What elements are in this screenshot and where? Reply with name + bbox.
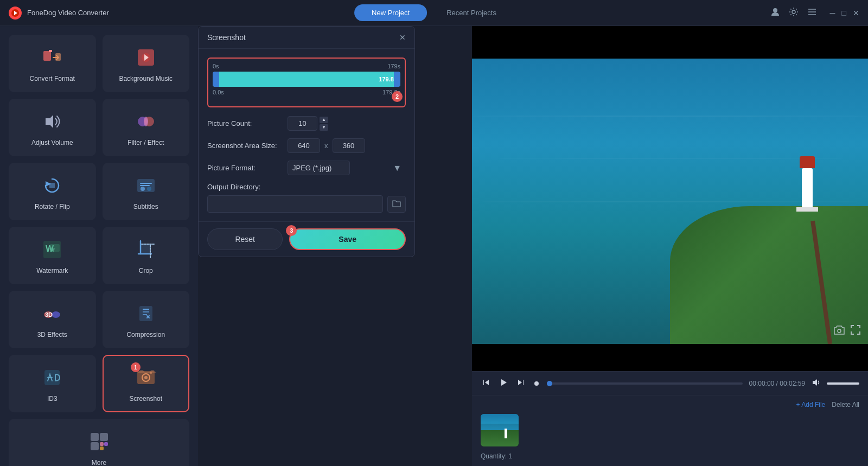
sidebar-item-convert-format[interactable]: Convert Format [9,35,96,92]
picture-count-label: Picture Count: [207,119,283,127]
timeline-badge: 2 [392,91,403,102]
land-mass [670,206,868,344]
rotate-flip-icon-area [39,173,65,199]
sidebar-item-id3[interactable]: ID3 [9,355,96,412]
id3-label: ID3 [47,395,58,403]
video-preview [472,26,868,371]
adjust-volume-icon-area [39,108,65,135]
timeline-start-label: 0s [213,63,219,69]
svg-rect-35 [139,306,152,321]
format-select[interactable]: JPEG (*.jpg) PNG (*.png) BMP (*.bmp) [288,161,350,175]
maximize-button[interactable]: □ [842,9,846,17]
file-thumbnail[interactable] [481,414,519,446]
timeline-fill: 179.8s [213,72,400,87]
background-music-icon-area [133,44,159,71]
volume-slider[interactable] [827,382,859,385]
timeline-track[interactable]: 179.8s [213,72,400,87]
sidebar-item-3d-effects[interactable]: 3D 3D Effects [9,291,96,348]
volume-icon[interactable] [812,378,820,388]
content-area: Screenshot ✕ 0s 179s 179.8s [198,26,868,466]
sidebar-item-subtitles[interactable]: Subtitles [103,163,190,220]
dialog-title: Screenshot [207,33,246,42]
svg-marker-53 [813,379,817,386]
sidebar-item-more[interactable]: More [9,419,189,466]
app-title: FoneDog Video Converter [27,9,109,17]
sidebar-item-crop[interactable]: Crop [103,227,190,284]
save-button[interactable]: 3 Save [289,228,406,250]
screenshot-icon-area: 1 [133,365,159,391]
area-height-input[interactable] [333,138,365,153]
save-label: Save [339,235,356,244]
play-button[interactable] [498,377,509,390]
minimize-button[interactable]: ─ [830,9,835,17]
screenshot-badge: 1 [131,362,141,372]
timeline-time-labels: 0.0s 179.8s [213,89,400,95]
screenshot-label: Screenshot [129,395,162,403]
dialog-header: Screenshot ✕ [199,27,414,49]
recent-projects-tab[interactable]: Recent Projects [429,4,514,21]
sidebar-item-watermark[interactable]: W Watermark [9,227,96,284]
black-bar-bottom [472,344,868,371]
video-progress-bar[interactable] [547,382,743,385]
filter-effect-icon-area [133,108,159,135]
compression-label: Compression [126,331,165,339]
area-width-input[interactable] [288,138,320,153]
close-button[interactable]: ✕ [853,9,859,17]
main-layout: Convert Format Background Music [0,26,868,466]
sidebar-item-compression[interactable]: Compression [103,291,190,348]
sidebar-item-rotate-flip[interactable]: Rotate / Flip [9,163,96,220]
quantity-text: Quantity: 1 [481,452,512,460]
area-size-label: Screenshot Area Size: [207,142,283,150]
menu-icon[interactable] [807,7,817,19]
add-file-button[interactable]: + Add File [796,401,826,408]
timeline-thumb-left[interactable] [213,72,219,87]
sidebar-item-screenshot[interactable]: 1 Screenshot [103,355,190,412]
svg-rect-18 [49,183,55,188]
svg-point-42 [144,376,148,379]
dialog-close-button[interactable]: ✕ [399,33,406,42]
timeline-thumb-right[interactable] [394,72,400,87]
svg-text:3D: 3D [45,311,53,318]
time-total: 00:02:59 [780,380,805,387]
picture-count-up[interactable]: ▲ [320,117,328,123]
svg-rect-9 [55,53,61,61]
format-select-arrow: ▼ [393,163,401,173]
new-project-tab[interactable]: New Project [354,4,427,21]
stop-button[interactable] [533,378,540,389]
files-list [481,414,859,446]
settings-icon[interactable] [789,7,799,19]
format-select-wrapper: JPEG (*.jpg) PNG (*.png) BMP (*.bmp) ▼ [288,161,406,175]
delete-all-button[interactable]: Delete All [832,401,859,408]
browse-folder-button[interactable] [387,196,406,213]
more-icon-area [86,429,112,455]
output-dir-input[interactable] [207,195,383,213]
svg-marker-51 [501,379,507,386]
picture-count-spinner-buttons: ▲ ▼ [320,117,328,131]
lighthouse-scene [472,26,868,371]
fullscreen-preview-icon[interactable] [850,324,861,339]
skip-back-button[interactable] [481,377,492,390]
svg-rect-47 [100,442,104,446]
svg-rect-44 [91,433,99,441]
camera-preview-icon[interactable] [833,324,845,339]
sidebar-item-background-music[interactable]: Background Music [103,35,190,92]
picture-count-down[interactable]: ▼ [320,124,328,131]
sidebar-item-filter-effect[interactable]: Filter / Effect [103,99,190,156]
area-size-separator: x [324,142,328,150]
sidebar-item-adjust-volume[interactable]: Adjust Volume [9,99,96,156]
skip-forward-button[interactable] [515,377,526,390]
thumb-lighthouse [505,429,507,438]
picture-count-input[interactable] [288,116,317,131]
output-dir-input-row [207,195,406,213]
window-controls: ─ □ ✕ [830,9,859,17]
3d-effects-label: 3D Effects [37,331,67,339]
save-badge: 3 [286,225,297,236]
svg-rect-31 [141,244,150,254]
picture-count-spinner: ▲ ▼ [288,116,328,131]
user-icon[interactable] [770,7,780,19]
video-time-display: 00:00:00 / 00:02:59 [749,380,805,387]
time-separator: / [776,380,778,387]
svg-rect-45 [100,433,108,441]
id3-icon-area [39,365,65,391]
reset-button[interactable]: Reset [207,228,283,250]
